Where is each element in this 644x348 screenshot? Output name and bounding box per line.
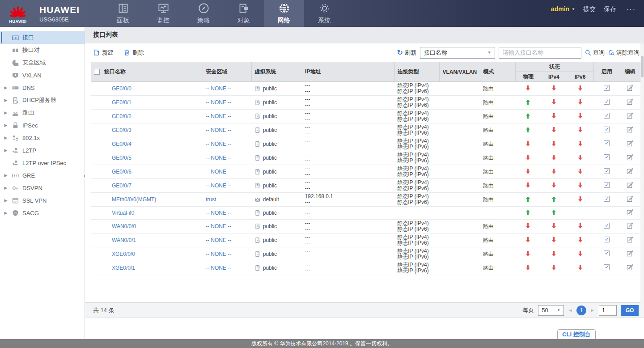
interface-name-link[interactable]: GE0/0/4 (112, 141, 131, 147)
edit-icon[interactable] (627, 112, 633, 119)
prev-page-button[interactable]: ◄ (568, 308, 572, 313)
interface-name-link[interactable]: WAN0/0/0 (112, 223, 136, 229)
edit-icon[interactable] (627, 250, 633, 257)
interface-name-link[interactable]: XGE0/0/0 (112, 251, 135, 257)
security-zone-link[interactable]: trust (206, 196, 216, 203)
current-page-button[interactable]: 1 (576, 306, 586, 315)
enable-checkbox[interactable] (604, 250, 610, 256)
enable-checkbox[interactable] (604, 99, 610, 105)
interface-name-link[interactable]: GE0/0/1 (112, 99, 131, 106)
enable-checkbox[interactable] (604, 127, 610, 132)
security-zone-link[interactable]: -- NONE -- (206, 251, 231, 257)
goto-page-input[interactable] (599, 305, 617, 316)
edit-icon[interactable] (627, 140, 633, 147)
edit-icon[interactable] (627, 236, 633, 243)
edit-icon[interactable] (627, 209, 633, 216)
commit-button[interactable]: 提交 (583, 5, 596, 13)
filter-field-select[interactable]: 接口名称 ▼ (420, 47, 495, 59)
enable-checkbox[interactable] (604, 113, 610, 119)
cli-console-button[interactable]: CLI 控制台 (557, 329, 596, 339)
sidebar-item-ipsec[interactable]: ▶IPSec (0, 119, 85, 132)
security-zone-link[interactable]: -- NONE -- (206, 265, 231, 271)
security-zone-link[interactable]: -- NONE -- (206, 182, 231, 189)
security-zone-link[interactable]: -- NONE -- (206, 141, 231, 147)
enable-checkbox[interactable] (604, 264, 610, 270)
status-down-arrow-icon (578, 113, 583, 119)
interface-name-link[interactable]: GE0/0/7 (112, 182, 131, 189)
select-all-checkbox[interactable] (94, 69, 100, 75)
delete-button[interactable]: 删除 (123, 49, 144, 57)
next-page-button[interactable]: ► (590, 308, 595, 313)
new-button[interactable]: 新建 (93, 49, 114, 57)
sidebar-item-ssl-vpn[interactable]: ▶SSL VPN (0, 194, 85, 207)
interface-name-link[interactable]: GE0/0/6 (112, 169, 131, 175)
tab-system[interactable]: 系统 (304, 0, 344, 27)
interface-name-link[interactable]: GE0/0/5 (112, 155, 131, 161)
enable-checkbox[interactable] (604, 223, 610, 229)
sidebar-item-sacg[interactable]: ▶SACG (0, 207, 85, 219)
security-zone-link[interactable]: -- NONE -- (206, 169, 231, 175)
sidebar-item-dhcp-server[interactable]: ▶DHCP服务器 (0, 94, 85, 106)
enable-checkbox[interactable] (604, 85, 610, 91)
edit-icon[interactable] (627, 85, 633, 91)
tab-policy[interactable]: 策略 (183, 0, 224, 27)
sidebar-item-l2tp-over-ipsec[interactable]: L2TP over IPSec (0, 157, 85, 169)
enable-checkbox[interactable] (604, 154, 610, 160)
security-zone-link[interactable]: -- NONE -- (206, 155, 231, 161)
scrollbar-thumb[interactable] (641, 56, 644, 77)
tab-object[interactable]: 对象 (224, 0, 264, 27)
refresh-button[interactable]: ↻ 刷新 (397, 49, 416, 57)
interface-name-link[interactable]: GE0/0/3 (112, 127, 131, 133)
security-zone-link[interactable]: -- NONE -- (206, 113, 231, 119)
sidebar-item-vxlan[interactable]: VXLAN (0, 69, 85, 81)
enable-checkbox[interactable] (604, 237, 610, 242)
security-zone-link[interactable]: -- NONE -- (206, 85, 231, 92)
vertical-scrollbar[interactable] (640, 43, 644, 311)
sidebar-item-interface[interactable]: 接口 (0, 31, 85, 44)
sidebar-item-gre[interactable]: ▶GRE (0, 169, 85, 182)
interface-name-link[interactable]: MEth0/0/0(MGMT) (112, 196, 156, 203)
tab-dashboard[interactable]: 面板 (103, 0, 143, 27)
sidebar-item-route[interactable]: ▶路由 (0, 106, 85, 119)
edit-icon[interactable] (627, 154, 633, 161)
interface-name-link[interactable]: Virtual-if0 (112, 210, 134, 216)
edit-icon[interactable] (627, 168, 633, 174)
security-zone-link[interactable]: -- NONE -- (206, 127, 231, 133)
interface-name-link[interactable]: XGE0/0/1 (112, 265, 135, 271)
security-zone-link[interactable]: -- NONE -- (206, 99, 231, 106)
edit-icon[interactable] (627, 195, 633, 202)
security-zone-link[interactable]: -- NONE -- (206, 237, 231, 243)
more-menu-icon[interactable]: ··· (626, 5, 636, 13)
edit-icon[interactable] (627, 264, 633, 271)
tab-network[interactable]: 网络 (264, 0, 304, 27)
interface-name-link[interactable]: GE0/0/0 (112, 85, 131, 92)
sb-portpair-icon (12, 47, 19, 54)
clear-query-button[interactable]: 清除查询 (608, 49, 640, 57)
save-button[interactable]: 保存 (604, 5, 616, 13)
interface-name-link[interactable]: GE0/0/2 (112, 113, 131, 119)
edit-icon[interactable] (627, 222, 633, 229)
edit-icon[interactable] (627, 182, 633, 188)
page-size-select[interactable]: 50 ▼ (538, 305, 564, 316)
enable-checkbox[interactable] (604, 182, 610, 188)
edit-icon[interactable] (627, 126, 633, 133)
interface-name-link[interactable]: WAN0/0/1 (112, 237, 136, 243)
enable-checkbox[interactable] (604, 168, 610, 174)
sidebar-item-interface-pair[interactable]: 接口对 (0, 44, 85, 56)
sidebar-item-dns[interactable]: ▶DNS (0, 81, 85, 94)
query-button[interactable]: 查询 (585, 49, 605, 57)
sidebar-item-8021x[interactable]: ▶802.1x (0, 132, 85, 144)
cell-edit (620, 261, 640, 275)
sidebar-item-l2tp[interactable]: ▶L2TP (0, 144, 85, 157)
go-button[interactable]: GO (621, 305, 639, 316)
user-menu[interactable]: admin ▼ (551, 5, 575, 13)
sidebar-item-security-zone[interactable]: 安全区域 (0, 56, 85, 69)
search-input[interactable] (499, 47, 581, 59)
tab-monitor[interactable]: 监控 (143, 0, 183, 27)
enable-checkbox[interactable] (604, 196, 610, 202)
security-zone-link[interactable]: -- NONE -- (206, 210, 231, 216)
enable-checkbox[interactable] (604, 140, 610, 146)
sidebar-item-dsvpn[interactable]: ▶DSVPN (0, 182, 85, 194)
edit-icon[interactable] (627, 98, 633, 105)
security-zone-link[interactable]: -- NONE -- (206, 223, 231, 229)
